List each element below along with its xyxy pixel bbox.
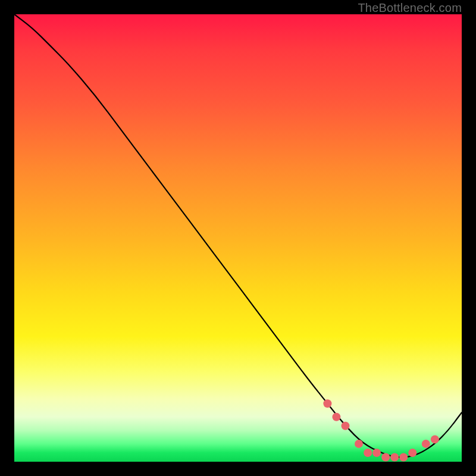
marker-dot — [355, 440, 363, 448]
marker-dot — [390, 453, 399, 462]
watermark-text: TheBottleneck.com — [358, 1, 462, 15]
marker-dot — [364, 449, 372, 457]
chart-frame: TheBottleneck.com — [0, 0, 476, 476]
marker-dot — [422, 440, 430, 448]
marker-dot — [381, 453, 390, 462]
bottleneck-curve — [14, 14, 462, 458]
marker-dot — [408, 449, 416, 457]
marker-dot — [399, 453, 408, 462]
marker-dot — [332, 413, 340, 421]
curve-svg — [14, 14, 462, 462]
marker-dot — [323, 399, 331, 408]
marker-dot — [342, 422, 350, 430]
plot-area — [14, 14, 462, 462]
marker-dot — [372, 449, 381, 457]
marker-dot — [431, 435, 439, 443]
